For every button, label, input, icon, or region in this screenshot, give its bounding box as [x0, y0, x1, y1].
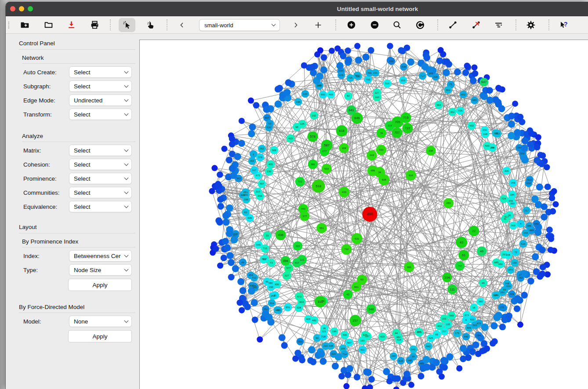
new-network-button[interactable] — [17, 18, 33, 32]
svg-text:280: 280 — [269, 282, 273, 284]
relation-combo-value: small-world — [200, 22, 272, 28]
svg-text:398: 398 — [428, 149, 433, 152]
settings-button[interactable] — [523, 18, 539, 32]
svg-text:712: 712 — [252, 276, 257, 279]
svg-text:159: 159 — [511, 182, 515, 184]
remove-edge-button[interactable] — [468, 18, 484, 32]
add-edge-button[interactable] — [444, 18, 461, 32]
svg-text:628: 628 — [399, 360, 403, 362]
plus-icon — [314, 21, 323, 29]
chevron-down-icon — [124, 111, 129, 116]
find-node-button[interactable] — [388, 18, 405, 32]
previous-relation-button[interactable] — [175, 18, 189, 32]
select-mode-button[interactable] — [119, 18, 135, 32]
svg-text:725: 725 — [458, 109, 463, 112]
equivalence-select[interactable]: Select — [69, 201, 132, 212]
add-relation-button[interactable] — [310, 18, 327, 32]
chevron-left-icon — [178, 22, 185, 29]
toolbar-grip[interactable] — [8, 22, 9, 29]
rotate-relations-icon — [415, 20, 425, 30]
traffic-lights — [10, 6, 33, 11]
svg-text:722: 722 — [405, 126, 410, 130]
chevron-down-icon — [124, 69, 129, 73]
svg-text:328: 328 — [297, 306, 301, 309]
save-download-icon — [67, 20, 76, 29]
section-analyze-title: Analyze — [22, 133, 135, 142]
svg-text:81: 81 — [274, 294, 277, 297]
svg-text:315: 315 — [331, 353, 336, 355]
chevron-down-icon — [124, 267, 129, 271]
svg-text:705: 705 — [366, 78, 370, 81]
transform-select[interactable]: Select — [69, 109, 132, 120]
edge-mode-select[interactable]: Undirected — [69, 95, 132, 106]
auto-create-select[interactable]: Select — [69, 66, 132, 78]
svg-text:130: 130 — [267, 170, 272, 173]
add-node-icon — [347, 20, 356, 29]
matrix-select[interactable]: Select — [69, 145, 132, 156]
svg-text:483: 483 — [329, 93, 334, 96]
title-bar[interactable]: Untitled small-world network — [6, 2, 588, 16]
prominence-select[interactable]: Select — [69, 173, 132, 184]
svg-text:378: 378 — [258, 156, 263, 159]
main-area: Control Panel Network Auto Create: Selec… — [6, 34, 588, 389]
svg-text:307: 307 — [260, 182, 265, 185]
svg-text:240: 240 — [392, 355, 396, 357]
section-layout-title: Layout — [19, 224, 135, 233]
force-apply-button[interactable]: Apply — [68, 330, 132, 342]
auto-create-label: Auto Create: — [23, 69, 69, 76]
relation-combo[interactable]: small-world — [199, 19, 280, 31]
relations-button[interactable] — [412, 18, 428, 32]
svg-text:578: 578 — [310, 135, 316, 138]
subgraph-select[interactable]: Select — [69, 80, 132, 92]
prominence-apply-button[interactable]: Apply — [68, 279, 132, 291]
filter-edges-button[interactable] — [490, 18, 507, 32]
svg-text:98: 98 — [295, 126, 298, 128]
next-relation-button[interactable] — [289, 18, 302, 32]
svg-text:559: 559 — [298, 340, 303, 343]
svg-text:443: 443 — [301, 207, 306, 210]
minimize-button[interactable] — [19, 6, 24, 11]
svg-text:143: 143 — [317, 84, 322, 87]
remove-node-button[interactable] — [366, 18, 383, 32]
svg-text:169: 169 — [342, 147, 347, 149]
svg-text:626: 626 — [363, 334, 368, 336]
graph-canvas[interactable]: 4433986331212834335774311043361663137734… — [139, 40, 588, 389]
save-network-button[interactable] — [63, 18, 80, 32]
model-select[interactable]: None — [69, 316, 132, 327]
svg-text:353: 353 — [401, 79, 406, 82]
svg-text:121: 121 — [300, 258, 305, 261]
zoom-button[interactable] — [28, 6, 33, 11]
svg-text:127: 127 — [375, 91, 380, 94]
svg-text:306: 306 — [467, 327, 472, 329]
svg-text:105: 105 — [300, 123, 305, 125]
cohesion-select[interactable]: Select — [69, 159, 132, 170]
model-label: Model: — [23, 318, 69, 325]
svg-text:83: 83 — [244, 211, 247, 214]
svg-text:283: 283 — [446, 202, 451, 204]
svg-text:717: 717 — [421, 75, 425, 77]
type-select[interactable]: Node Size — [69, 264, 132, 276]
svg-text:148: 148 — [407, 359, 412, 362]
add-node-button[interactable] — [343, 18, 359, 32]
close-button[interactable] — [10, 6, 15, 11]
pan-mode-button[interactable] — [142, 18, 159, 32]
transform-label: Transform: — [23, 111, 69, 118]
svg-text:715: 715 — [403, 116, 409, 120]
print-network-button[interactable] — [86, 18, 103, 32]
chevron-down-icon — [124, 189, 129, 194]
network-visualization[interactable]: 4433986331212834335774311043361663137734… — [140, 40, 588, 389]
index-select[interactable]: Betweenness Cer — [69, 250, 132, 262]
svg-text:737: 737 — [339, 69, 344, 72]
svg-text:121: 121 — [322, 330, 327, 333]
svg-text:415: 415 — [288, 137, 293, 140]
communities-select[interactable]: Select — [69, 187, 132, 198]
context-help-button[interactable]: ? — [555, 18, 572, 32]
svg-text:391: 391 — [367, 72, 372, 74]
svg-text:230: 230 — [483, 129, 487, 131]
open-network-button[interactable] — [40, 18, 57, 32]
svg-text:603: 603 — [299, 301, 304, 303]
new-folder-icon — [21, 20, 30, 29]
svg-text:492: 492 — [276, 309, 281, 312]
svg-text:551: 551 — [319, 227, 324, 229]
svg-text:30: 30 — [508, 214, 511, 217]
